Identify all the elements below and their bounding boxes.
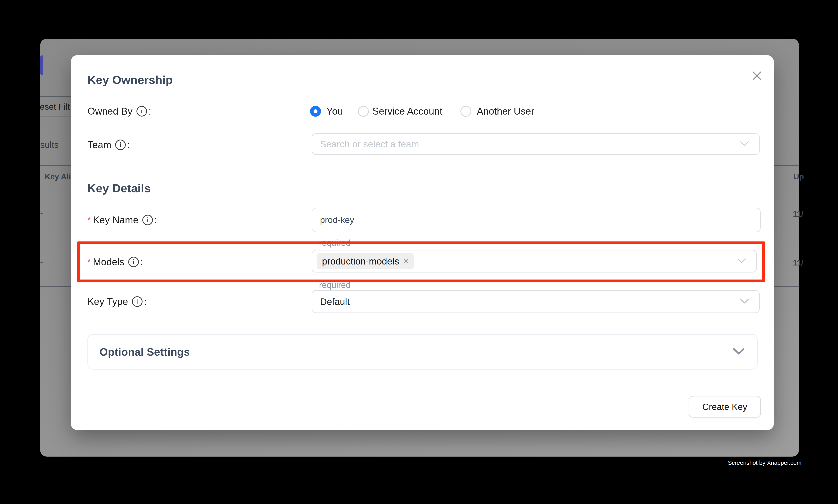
table-row-date-2: 11/	[793, 258, 803, 267]
team-label-text: Team	[88, 139, 111, 150]
key-type-value: Default	[312, 296, 350, 307]
radio-owned-by-you[interactable]	[310, 106, 321, 117]
table-header-key-alias: Key Alia	[45, 173, 75, 181]
team-label: Team i :	[88, 139, 130, 150]
key-type-select[interactable]: Default	[311, 290, 760, 313]
required-asterisk: *	[88, 214, 91, 226]
chevron-down-icon	[740, 141, 749, 147]
key-ownership-title: Key Ownership	[88, 74, 173, 86]
key-name-label: * Key Name i :	[88, 214, 157, 226]
toolbar-divider-top	[40, 96, 71, 97]
colon: :	[155, 214, 157, 226]
create-key-button-fragment	[40, 55, 43, 75]
radio-label-you[interactable]: You	[326, 106, 343, 117]
radio-owned-by-service-account[interactable]	[358, 106, 369, 117]
chevron-down-icon	[733, 348, 745, 356]
key-type-label: Key Type i :	[88, 296, 147, 307]
info-icon[interactable]: i	[115, 140, 126, 150]
create-key-button[interactable]: Create Key	[689, 396, 761, 417]
owned-by-label-text: Owned By	[88, 106, 132, 117]
radio-label-another-user[interactable]: Another User	[477, 106, 534, 117]
radio-owned-by-another-user[interactable]	[460, 106, 471, 117]
close-icon	[752, 71, 762, 80]
table-row-alias-2: -	[40, 257, 43, 266]
owned-by-label: Owned By i :	[88, 106, 151, 117]
chevron-down-icon	[740, 299, 749, 305]
results-count-fragment: sults	[40, 140, 59, 150]
screenshot-canvas: eset Filt sults Key Alia Up - 11/ - 11/ …	[0, 0, 838, 504]
modal-close-button[interactable]	[751, 70, 763, 82]
optional-settings-label: Optional Settings	[88, 345, 190, 358]
table-row-alias-1: -	[40, 209, 43, 217]
optional-settings-toggle[interactable]: Optional Settings	[88, 334, 757, 370]
key-name-input[interactable]: prod-key	[311, 208, 761, 232]
key-details-title: Key Details	[88, 182, 151, 195]
colon: :	[127, 139, 130, 150]
info-icon[interactable]: i	[132, 296, 143, 307]
key-name-label-text: Key Name	[93, 214, 139, 226]
key-name-value: prod-key	[312, 215, 354, 225]
team-select[interactable]: Search or select a team	[311, 133, 760, 155]
toolbar-divider-bottom	[40, 116, 71, 117]
xnapper-credit: Screenshot by Xnapper.com	[723, 459, 802, 466]
reset-filters-fragment[interactable]: eset Filt	[40, 102, 70, 112]
info-icon[interactable]: i	[137, 106, 147, 116]
radio-label-service-account[interactable]: Service Account	[372, 106, 442, 117]
key-type-label-text: Key Type	[88, 296, 128, 307]
info-icon[interactable]: i	[142, 215, 153, 225]
annotation-highlight-models	[77, 241, 765, 282]
colon: :	[148, 106, 151, 117]
team-select-placeholder: Search or select a team	[312, 139, 419, 149]
table-header-updated: Up	[794, 173, 804, 181]
table-row-date-1: 11/	[793, 210, 803, 218]
colon: :	[144, 296, 147, 307]
